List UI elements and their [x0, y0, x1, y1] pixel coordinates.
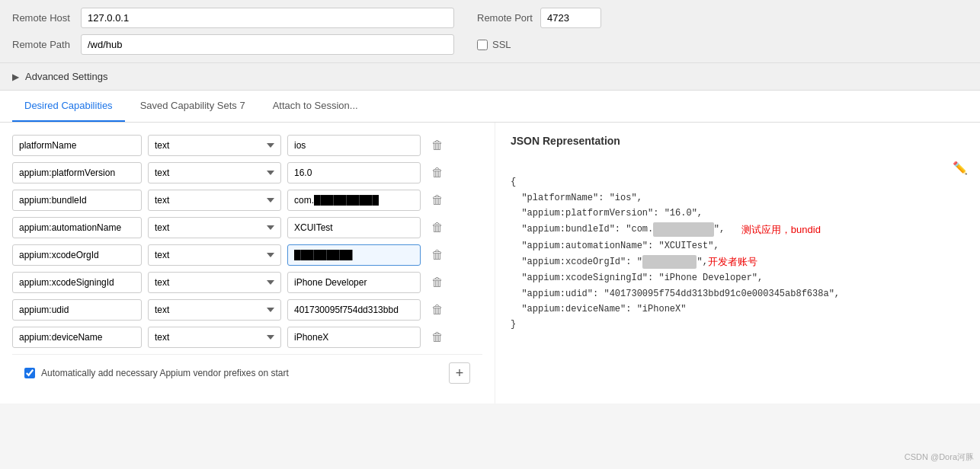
- delete-xcodesigningid-button[interactable]: 🗑: [427, 274, 448, 291]
- cap-name-xcodeorgid[interactable]: [12, 244, 142, 266]
- delete-devicename-button[interactable]: 🗑: [427, 329, 448, 346]
- cap-name-xcodesigningid[interactable]: [12, 272, 142, 293]
- cap-value-platformversion[interactable]: [287, 162, 421, 183]
- cap-value-xcodesigningid[interactable]: [287, 272, 421, 293]
- cap-value-devicename[interactable]: [287, 327, 421, 348]
- cap-row-platformname: textbooleannumber 🗑: [12, 135, 482, 156]
- remote-path-input[interactable]: [81, 34, 454, 55]
- cap-row-devicename: textbooleannumber 🗑: [12, 327, 482, 348]
- delete-automationname-button[interactable]: 🗑: [427, 219, 448, 236]
- cap-type-automationname[interactable]: textbooleannumber: [148, 217, 281, 238]
- cap-type-bundleid[interactable]: textbooleannumber: [148, 190, 281, 211]
- json-content: { "platformName": "ios", "appium:platfor…: [511, 159, 965, 348]
- cap-name-devicename[interactable]: [12, 327, 142, 348]
- cap-type-xcodeorgid[interactable]: textbooleannumber: [148, 244, 281, 266]
- tab-saved-capability-sets[interactable]: Saved Capability Sets 7: [128, 91, 258, 122]
- ssl-label: SSL: [492, 39, 511, 50]
- cap-row-automationname: textbooleannumber 🗑: [12, 217, 482, 238]
- json-panel: JSON Representation ✏️ { "platformName":…: [495, 123, 980, 404]
- cap-value-platformname[interactable]: [287, 135, 421, 156]
- cap-name-udid[interactable]: [12, 299, 142, 321]
- remote-host-input[interactable]: [81, 8, 454, 28]
- tabs-bar: Desired Capabilities Saved Capability Se…: [0, 91, 980, 123]
- delete-bundleid-button[interactable]: 🗑: [427, 192, 448, 209]
- cap-type-platformname[interactable]: textbooleannumber: [148, 135, 281, 156]
- advanced-settings-toggle[interactable]: ▶ Advanced Settings: [0, 63, 980, 91]
- json-panel-title: JSON Representation: [511, 135, 965, 147]
- cap-name-platformname[interactable]: [12, 135, 142, 156]
- capabilities-panel: textbooleannumber 🗑 textbooleannumber 🗑 …: [0, 123, 495, 404]
- auto-prefix-label: Automatically add necessary Appium vendo…: [41, 368, 289, 378]
- bottom-bar: Automatically add necessary Appium vendo…: [12, 354, 482, 391]
- cap-row-bundleid: textbooleannumber 🗑: [12, 190, 482, 211]
- cap-value-bundleid[interactable]: [287, 190, 421, 211]
- delete-platformversion-button[interactable]: 🗑: [427, 164, 448, 181]
- auto-prefix-checkbox[interactable]: [24, 368, 35, 378]
- cap-value-xcodeorgid[interactable]: [287, 244, 421, 266]
- cap-row-xcodeorgid: textbooleannumber 🗑: [12, 244, 482, 266]
- cap-type-xcodesigningid[interactable]: textbooleannumber: [148, 272, 281, 293]
- tab-desired-capabilities[interactable]: Desired Capabilities: [12, 91, 125, 122]
- advanced-settings-label: Advanced Settings: [25, 71, 107, 82]
- ssl-checkbox[interactable]: [477, 40, 488, 50]
- cap-row-xcodesigningid: textbooleannumber 🗑: [12, 272, 482, 293]
- chevron-right-icon: ▶: [12, 72, 19, 82]
- cap-value-udid[interactable]: [287, 299, 421, 321]
- cap-row-udid: textbooleannumber 🗑: [12, 299, 482, 321]
- edit-json-button[interactable]: ✏️: [953, 161, 968, 175]
- cap-value-automationname[interactable]: [287, 217, 421, 238]
- cap-type-udid[interactable]: textbooleannumber: [148, 299, 281, 321]
- cap-name-bundleid[interactable]: [12, 190, 142, 211]
- remote-host-label: Remote Host: [12, 12, 81, 24]
- remote-port-input[interactable]: [540, 8, 601, 28]
- cap-type-platformversion[interactable]: textbooleannumber: [148, 162, 281, 183]
- cap-name-automationname[interactable]: [12, 217, 142, 238]
- delete-xcodeorgid-button[interactable]: 🗑: [427, 247, 448, 263]
- add-capability-button[interactable]: +: [449, 362, 470, 384]
- cap-name-platformversion[interactable]: [12, 162, 142, 183]
- tab-attach-to-session[interactable]: Attach to Session...: [261, 91, 370, 122]
- cap-row-platformversion: textbooleannumber 🗑: [12, 162, 482, 183]
- remote-path-label: Remote Path: [12, 39, 81, 50]
- delete-udid-button[interactable]: 🗑: [427, 302, 448, 318]
- remote-port-label: Remote Port: [477, 12, 533, 24]
- delete-platformname-button[interactable]: 🗑: [427, 137, 448, 154]
- cap-type-devicename[interactable]: textbooleannumber: [148, 327, 281, 348]
